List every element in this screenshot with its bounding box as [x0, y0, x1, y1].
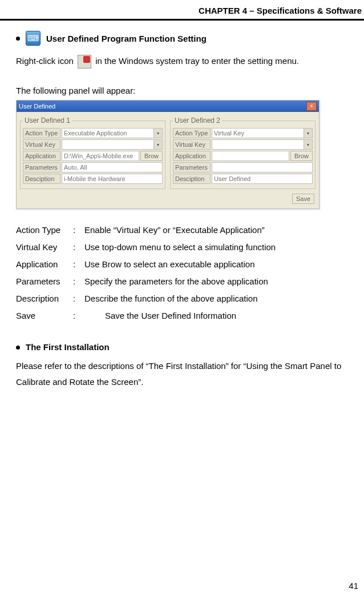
section-title-row: ⌨ User Defined Program Function Setting: [16, 31, 348, 46]
def-row: Application : Use Brow to select an exec…: [16, 256, 348, 273]
def-colon: :: [73, 290, 84, 307]
def-row: Save : Save the User Defined Information: [16, 307, 348, 324]
def-term: Virtual Key: [16, 239, 73, 256]
group-user-defined-2: User Defined 2 Action Type Virtual Key V…: [170, 117, 316, 189]
def-desc: Specify the parameters for the above app…: [84, 273, 268, 290]
g2-application-label: Application: [173, 151, 211, 161]
panel-body: User Defined 1 Action Type Executable Ap…: [17, 112, 319, 191]
group1-legend: User Defined 1: [23, 117, 72, 125]
g2-description-field[interactable]: User Defined: [212, 174, 313, 184]
group-user-defined-1: User Defined 1 Action Type Executable Ap…: [20, 117, 165, 189]
panel-title: User Defined: [19, 103, 55, 110]
page-content: ⌨ User Defined Program Function Setting …: [0, 31, 364, 391]
chapter-header: CHAPTER 4 – Specifications & Software: [0, 0, 364, 19]
def-colon: :: [73, 307, 105, 324]
def-term: Action Type: [16, 222, 73, 239]
g2-brow-button[interactable]: Brow: [290, 151, 313, 161]
def-row: Action Type : Enable “Virtual Key” or “E…: [16, 222, 348, 239]
g1-application-field[interactable]: D:\Win_App\i-Mobile.exe: [62, 151, 139, 161]
def-colon: :: [73, 222, 84, 239]
g2-virtual-key-select[interactable]: [212, 139, 313, 150]
g2-parameters-field[interactable]: [212, 162, 313, 172]
def-row: Virtual Key : Use top-down menu to selec…: [16, 239, 348, 256]
panel-titlebar: User Defined x: [17, 101, 319, 112]
def-row: Parameters : Specify the parameters for …: [16, 273, 348, 290]
g1-application-label: Application: [23, 151, 60, 161]
intro-text-a: Right-click icon: [16, 56, 76, 66]
def-term: Application: [16, 256, 73, 273]
g2-parameters-label: Parameters: [173, 162, 211, 172]
g2-description-label: Desciption: [173, 174, 211, 184]
def-desc: Describe the function of the above appli…: [84, 290, 258, 307]
section2-body: Please refer to the descriptions of “The…: [16, 358, 348, 391]
intro-text-b: in the Windows system tray to enter the …: [95, 56, 299, 66]
g1-virtual-key-label: Virtual Key: [23, 139, 60, 150]
panel-caption: The following panel will appear:: [16, 86, 348, 95]
page-number: 41: [349, 581, 358, 591]
panel-footer: Save: [17, 191, 319, 208]
def-desc: Save the User Defined Information: [105, 307, 236, 324]
header-rule: [0, 19, 364, 21]
bullet-icon: [16, 37, 20, 41]
g1-action-type-select[interactable]: Executable Application: [62, 128, 163, 138]
def-term: Parameters: [16, 273, 73, 290]
intro-paragraph: Right-click icon in the Windows system t…: [16, 54, 348, 69]
section2-title-row: The First Installation: [16, 339, 348, 356]
g1-brow-button[interactable]: Brow: [140, 151, 163, 161]
section-first-installation: The First Installation Please refer to t…: [16, 339, 348, 391]
def-colon: :: [73, 239, 84, 256]
g1-parameters-field[interactable]: Auto, All: [62, 162, 163, 172]
def-colon: :: [73, 256, 84, 273]
program-icon: ⌨: [26, 31, 41, 46]
def-colon: :: [73, 273, 84, 290]
group2-legend: User Defined 2: [173, 117, 222, 125]
def-row: Description : Describe the function of t…: [16, 290, 348, 307]
g2-application-field[interactable]: [212, 151, 289, 161]
section2-title: The First Installation: [26, 339, 110, 356]
g2-action-type-select[interactable]: Virtual Key: [212, 128, 313, 138]
close-icon[interactable]: x: [306, 102, 317, 111]
section-title: User Defined Program Function Setting: [46, 34, 207, 43]
g2-action-type-label: Action Type: [173, 128, 211, 138]
g1-parameters-label: Parameters: [23, 162, 60, 172]
def-term: Description: [16, 290, 73, 307]
g1-action-type-label: Action Type: [23, 128, 60, 138]
definitions-list: Action Type : Enable “Virtual Key” or “E…: [16, 222, 348, 324]
def-desc: Enable “Virtual Key” or “Executable Appl…: [84, 222, 265, 239]
hotkey-tray-icon: [78, 55, 91, 69]
save-button[interactable]: Save: [292, 194, 314, 204]
def-desc: Use top-down menu to select a simulating…: [84, 239, 276, 256]
g1-description-label: Desciption: [23, 174, 60, 184]
def-term: Save: [16, 307, 73, 324]
def-desc: Use Brow to select an executable applica…: [84, 256, 255, 273]
bullet-icon: [16, 346, 20, 350]
g1-description-field[interactable]: i-Mobile the Hardware: [62, 174, 163, 184]
g2-virtual-key-label: Virtual Key: [173, 139, 211, 150]
user-defined-panel: User Defined x User Defined 1 Action Typ…: [16, 100, 319, 209]
g1-virtual-key-select[interactable]: [62, 139, 163, 150]
